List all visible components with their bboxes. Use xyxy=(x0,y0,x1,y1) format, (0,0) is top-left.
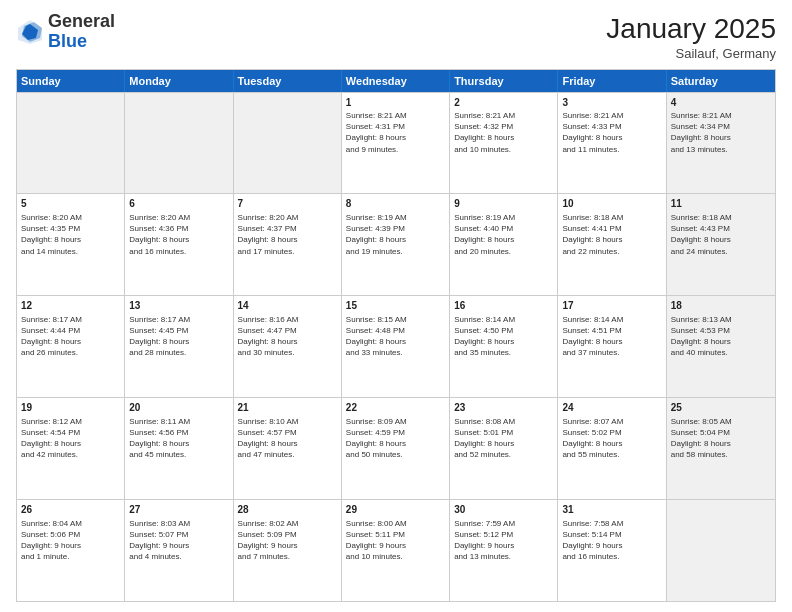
day-number: 27 xyxy=(129,503,228,517)
cell-info: Sunrise: 8:15 AM Sunset: 4:48 PM Dayligh… xyxy=(346,314,445,359)
week-row-5: 26Sunrise: 8:04 AM Sunset: 5:06 PM Dayli… xyxy=(17,499,775,601)
day-number: 8 xyxy=(346,197,445,211)
calendar: SundayMondayTuesdayWednesdayThursdayFrid… xyxy=(16,69,776,602)
day-number: 3 xyxy=(562,96,661,110)
cell-info: Sunrise: 8:16 AM Sunset: 4:47 PM Dayligh… xyxy=(238,314,337,359)
cal-cell-17: 17Sunrise: 8:14 AM Sunset: 4:51 PM Dayli… xyxy=(558,296,666,397)
cal-cell-25: 25Sunrise: 8:05 AM Sunset: 5:04 PM Dayli… xyxy=(667,398,775,499)
logo: General Blue xyxy=(16,12,115,52)
day-number: 7 xyxy=(238,197,337,211)
day-number: 23 xyxy=(454,401,553,415)
calendar-body: 1Sunrise: 8:21 AM Sunset: 4:31 PM Daylig… xyxy=(17,92,775,601)
cell-info: Sunrise: 8:11 AM Sunset: 4:56 PM Dayligh… xyxy=(129,416,228,461)
cal-cell-24: 24Sunrise: 8:07 AM Sunset: 5:02 PM Dayli… xyxy=(558,398,666,499)
cal-cell-20: 20Sunrise: 8:11 AM Sunset: 4:56 PM Dayli… xyxy=(125,398,233,499)
cell-info: Sunrise: 8:20 AM Sunset: 4:37 PM Dayligh… xyxy=(238,212,337,257)
day-number: 24 xyxy=(562,401,661,415)
cal-cell-empty xyxy=(125,93,233,194)
cal-cell-18: 18Sunrise: 8:13 AM Sunset: 4:53 PM Dayli… xyxy=(667,296,775,397)
day-number: 1 xyxy=(346,96,445,110)
cell-info: Sunrise: 8:17 AM Sunset: 4:45 PM Dayligh… xyxy=(129,314,228,359)
day-number: 20 xyxy=(129,401,228,415)
cell-info: Sunrise: 8:02 AM Sunset: 5:09 PM Dayligh… xyxy=(238,518,337,563)
cell-info: Sunrise: 8:10 AM Sunset: 4:57 PM Dayligh… xyxy=(238,416,337,461)
calendar-header-wednesday: Wednesday xyxy=(342,70,450,92)
calendar-header-row: SundayMondayTuesdayWednesdayThursdayFrid… xyxy=(17,70,775,92)
cell-info: Sunrise: 8:00 AM Sunset: 5:11 PM Dayligh… xyxy=(346,518,445,563)
calendar-header-saturday: Saturday xyxy=(667,70,775,92)
day-number: 18 xyxy=(671,299,771,313)
week-row-1: 1Sunrise: 8:21 AM Sunset: 4:31 PM Daylig… xyxy=(17,92,775,194)
cell-info: Sunrise: 8:09 AM Sunset: 4:59 PM Dayligh… xyxy=(346,416,445,461)
cell-info: Sunrise: 8:04 AM Sunset: 5:06 PM Dayligh… xyxy=(21,518,120,563)
cell-info: Sunrise: 8:21 AM Sunset: 4:34 PM Dayligh… xyxy=(671,110,771,155)
cell-info: Sunrise: 8:05 AM Sunset: 5:04 PM Dayligh… xyxy=(671,416,771,461)
day-number: 14 xyxy=(238,299,337,313)
day-number: 2 xyxy=(454,96,553,110)
cal-cell-4: 4Sunrise: 8:21 AM Sunset: 4:34 PM Daylig… xyxy=(667,93,775,194)
logo-icon xyxy=(16,18,44,46)
cal-cell-21: 21Sunrise: 8:10 AM Sunset: 4:57 PM Dayli… xyxy=(234,398,342,499)
cal-cell-8: 8Sunrise: 8:19 AM Sunset: 4:39 PM Daylig… xyxy=(342,194,450,295)
title-block: January 2025 Sailauf, Germany xyxy=(606,12,776,61)
logo-text: General Blue xyxy=(48,12,115,52)
cal-cell-16: 16Sunrise: 8:14 AM Sunset: 4:50 PM Dayli… xyxy=(450,296,558,397)
cell-info: Sunrise: 8:18 AM Sunset: 4:41 PM Dayligh… xyxy=(562,212,661,257)
cell-info: Sunrise: 8:08 AM Sunset: 5:01 PM Dayligh… xyxy=(454,416,553,461)
calendar-header-friday: Friday xyxy=(558,70,666,92)
header: General Blue January 2025 Sailauf, Germa… xyxy=(16,12,776,61)
cal-cell-empty xyxy=(667,500,775,601)
cal-cell-22: 22Sunrise: 8:09 AM Sunset: 4:59 PM Dayli… xyxy=(342,398,450,499)
day-number: 6 xyxy=(129,197,228,211)
cal-cell-7: 7Sunrise: 8:20 AM Sunset: 4:37 PM Daylig… xyxy=(234,194,342,295)
cell-info: Sunrise: 8:21 AM Sunset: 4:31 PM Dayligh… xyxy=(346,110,445,155)
day-number: 22 xyxy=(346,401,445,415)
day-number: 25 xyxy=(671,401,771,415)
day-number: 9 xyxy=(454,197,553,211)
day-number: 4 xyxy=(671,96,771,110)
cell-info: Sunrise: 8:18 AM Sunset: 4:43 PM Dayligh… xyxy=(671,212,771,257)
cal-cell-12: 12Sunrise: 8:17 AM Sunset: 4:44 PM Dayli… xyxy=(17,296,125,397)
page: General Blue January 2025 Sailauf, Germa… xyxy=(0,0,792,612)
month-title: January 2025 xyxy=(606,12,776,46)
cell-info: Sunrise: 8:19 AM Sunset: 4:40 PM Dayligh… xyxy=(454,212,553,257)
day-number: 28 xyxy=(238,503,337,517)
cell-info: Sunrise: 8:14 AM Sunset: 4:50 PM Dayligh… xyxy=(454,314,553,359)
day-number: 17 xyxy=(562,299,661,313)
cell-info: Sunrise: 8:12 AM Sunset: 4:54 PM Dayligh… xyxy=(21,416,120,461)
cal-cell-empty xyxy=(234,93,342,194)
cal-cell-14: 14Sunrise: 8:16 AM Sunset: 4:47 PM Dayli… xyxy=(234,296,342,397)
cal-cell-26: 26Sunrise: 8:04 AM Sunset: 5:06 PM Dayli… xyxy=(17,500,125,601)
cell-info: Sunrise: 7:59 AM Sunset: 5:12 PM Dayligh… xyxy=(454,518,553,563)
location: Sailauf, Germany xyxy=(606,46,776,61)
cal-cell-3: 3Sunrise: 8:21 AM Sunset: 4:33 PM Daylig… xyxy=(558,93,666,194)
cal-cell-15: 15Sunrise: 8:15 AM Sunset: 4:48 PM Dayli… xyxy=(342,296,450,397)
cal-cell-2: 2Sunrise: 8:21 AM Sunset: 4:32 PM Daylig… xyxy=(450,93,558,194)
day-number: 26 xyxy=(21,503,120,517)
cal-cell-9: 9Sunrise: 8:19 AM Sunset: 4:40 PM Daylig… xyxy=(450,194,558,295)
cell-info: Sunrise: 8:07 AM Sunset: 5:02 PM Dayligh… xyxy=(562,416,661,461)
day-number: 16 xyxy=(454,299,553,313)
day-number: 11 xyxy=(671,197,771,211)
cell-info: Sunrise: 8:20 AM Sunset: 4:36 PM Dayligh… xyxy=(129,212,228,257)
cell-info: Sunrise: 8:17 AM Sunset: 4:44 PM Dayligh… xyxy=(21,314,120,359)
cal-cell-29: 29Sunrise: 8:00 AM Sunset: 5:11 PM Dayli… xyxy=(342,500,450,601)
day-number: 15 xyxy=(346,299,445,313)
day-number: 12 xyxy=(21,299,120,313)
cell-info: Sunrise: 8:19 AM Sunset: 4:39 PM Dayligh… xyxy=(346,212,445,257)
week-row-3: 12Sunrise: 8:17 AM Sunset: 4:44 PM Dayli… xyxy=(17,295,775,397)
logo-blue-text: Blue xyxy=(48,31,87,51)
cal-cell-6: 6Sunrise: 8:20 AM Sunset: 4:36 PM Daylig… xyxy=(125,194,233,295)
cal-cell-31: 31Sunrise: 7:58 AM Sunset: 5:14 PM Dayli… xyxy=(558,500,666,601)
cell-info: Sunrise: 8:14 AM Sunset: 4:51 PM Dayligh… xyxy=(562,314,661,359)
day-number: 31 xyxy=(562,503,661,517)
cal-cell-28: 28Sunrise: 8:02 AM Sunset: 5:09 PM Dayli… xyxy=(234,500,342,601)
day-number: 10 xyxy=(562,197,661,211)
cal-cell-19: 19Sunrise: 8:12 AM Sunset: 4:54 PM Dayli… xyxy=(17,398,125,499)
day-number: 30 xyxy=(454,503,553,517)
calendar-header-tuesday: Tuesday xyxy=(234,70,342,92)
cell-info: Sunrise: 8:21 AM Sunset: 4:32 PM Dayligh… xyxy=(454,110,553,155)
calendar-header-sunday: Sunday xyxy=(17,70,125,92)
cal-cell-13: 13Sunrise: 8:17 AM Sunset: 4:45 PM Dayli… xyxy=(125,296,233,397)
day-number: 21 xyxy=(238,401,337,415)
